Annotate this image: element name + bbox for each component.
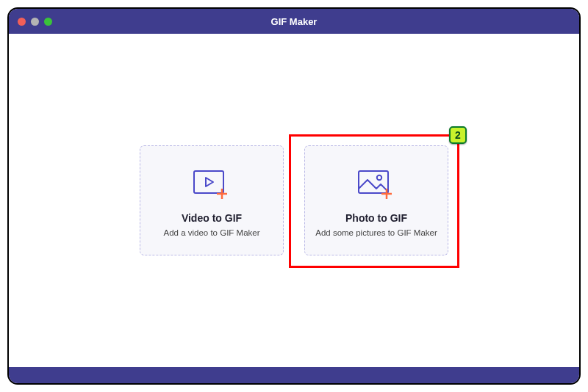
window-controls xyxy=(18,18,52,26)
svg-rect-4 xyxy=(359,171,388,193)
footer-bar xyxy=(9,367,579,383)
close-icon[interactable] xyxy=(18,18,26,26)
video-add-icon xyxy=(190,164,234,205)
photo-add-icon xyxy=(354,164,398,205)
main-content: Video to GIF Add a video to GIF Maker Ph… xyxy=(9,34,579,367)
photo-to-gif-card[interactable]: Photo to GIF Add some pictures to GIF Ma… xyxy=(304,145,448,255)
app-window: GIF Maker Video to GIF Add a video to GI… xyxy=(7,7,581,385)
titlebar: GIF Maker xyxy=(9,9,579,34)
video-to-gif-card[interactable]: Video to GIF Add a video to GIF Maker xyxy=(140,145,284,255)
window-title: GIF Maker xyxy=(9,16,579,27)
card-subtitle: Add some pictures to GIF Maker xyxy=(315,228,437,237)
zoom-icon[interactable] xyxy=(44,18,52,26)
card-title: Video to GIF xyxy=(182,212,242,224)
svg-point-5 xyxy=(377,175,381,180)
annotation-badge: 2 xyxy=(449,126,467,144)
svg-marker-1 xyxy=(206,178,213,186)
svg-rect-0 xyxy=(194,171,223,193)
card-subtitle: Add a video to GIF Maker xyxy=(163,228,259,237)
minimize-icon[interactable] xyxy=(31,18,39,26)
card-title: Photo to GIF xyxy=(345,212,407,224)
